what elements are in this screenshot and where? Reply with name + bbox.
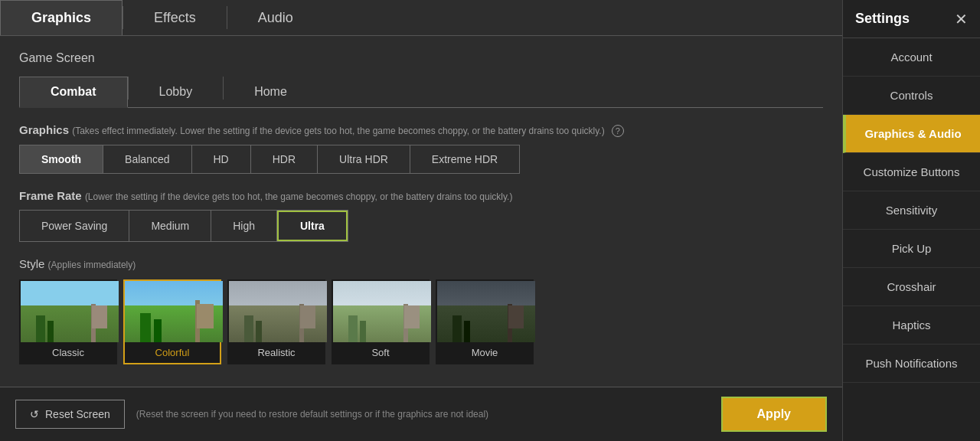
apply-button[interactable]: Apply xyxy=(721,397,827,432)
game-screen-label: Game Screen xyxy=(19,51,823,65)
close-button[interactable]: ✕ xyxy=(955,11,968,27)
frame-rate-label: Frame Rate (Lower the setting if the dev… xyxy=(19,189,823,202)
style-cards: Classic Colorful xyxy=(19,279,823,364)
reset-note: (Reset the screen if you need to restore… xyxy=(136,409,710,420)
reset-icon: ↺ xyxy=(30,408,39,420)
style-colorful[interactable]: Colorful xyxy=(123,279,221,364)
sidebar-item-graphics-audio[interactable]: Graphics & Audio xyxy=(843,115,980,153)
frame-high-btn[interactable]: High xyxy=(211,211,277,241)
style-realistic[interactable]: Realistic xyxy=(227,279,325,364)
graphics-hd-btn[interactable]: HD xyxy=(192,145,251,173)
graphics-label: Graphics (Takes effect immediately. Lowe… xyxy=(19,123,823,137)
sidebar-item-push-notifications[interactable]: Push Notifications xyxy=(843,345,980,383)
graphics-hdr-btn[interactable]: HDR xyxy=(251,145,318,173)
style-movie-image xyxy=(437,281,535,342)
frame-power-saving-btn[interactable]: Power Saving xyxy=(20,211,129,241)
frame-rate-row: Frame Rate (Lower the setting if the dev… xyxy=(19,189,823,242)
graphics-extreme-hdr-btn[interactable]: Extreme HDR xyxy=(410,145,519,173)
content-area: Game Screen Combat Lobby Home Graphics (… xyxy=(0,36,842,387)
sidebar-item-haptics[interactable]: Haptics xyxy=(843,306,980,345)
sidebar-item-account[interactable]: Account xyxy=(843,38,980,77)
sidebar-title: Settings xyxy=(855,11,910,27)
graphics-options: Smooth Balanced HD HDR Ultra HDR Extreme… xyxy=(19,145,520,174)
subtab-combat[interactable]: Combat xyxy=(19,77,128,108)
sidebar-item-crosshair[interactable]: Crosshair xyxy=(843,268,980,306)
subtab-lobby[interactable]: Lobby xyxy=(129,77,224,107)
sidebar-header: Settings ✕ xyxy=(843,0,980,38)
sidebar-item-sensitivity[interactable]: Sensitivity xyxy=(843,191,980,230)
style-classic-label: Classic xyxy=(21,342,116,363)
style-classic-image xyxy=(21,281,119,342)
graphics-ultra-hdr-btn[interactable]: Ultra HDR xyxy=(318,145,410,173)
graphics-help-icon[interactable]: ? xyxy=(612,125,624,137)
top-tabs: Graphics Effects Audio xyxy=(0,0,842,36)
tab-graphics[interactable]: Graphics xyxy=(0,0,122,35)
style-colorful-image xyxy=(125,281,223,342)
frame-medium-btn[interactable]: Medium xyxy=(129,211,211,241)
bottom-bar: ↺ Reset Screen (Reset the screen if you … xyxy=(0,387,842,441)
style-soft[interactable]: Soft xyxy=(332,279,430,364)
tab-effects[interactable]: Effects xyxy=(123,1,227,35)
style-realistic-image xyxy=(229,281,327,342)
sidebar-item-customize-buttons[interactable]: Customize Buttons xyxy=(843,153,980,191)
graphics-row: Graphics (Takes effect immediately. Lowe… xyxy=(19,123,823,174)
sidebar-item-pick-up[interactable]: Pick Up xyxy=(843,230,980,268)
main-content: Graphics Effects Audio Game Screen Comba… xyxy=(0,0,842,441)
frame-ultra-btn[interactable]: Ultra xyxy=(277,211,348,241)
style-movie-label: Movie xyxy=(437,342,532,363)
sidebar: Settings ✕ Account Controls Graphics & A… xyxy=(842,0,980,441)
reset-screen-button[interactable]: ↺ Reset Screen xyxy=(15,400,125,429)
sub-tabs: Combat Lobby Home xyxy=(19,77,823,108)
style-row: Style (Applies immediately) Classic xyxy=(19,257,823,364)
tab-audio[interactable]: Audio xyxy=(227,1,324,35)
style-colorful-label: Colorful xyxy=(125,342,220,363)
style-realistic-label: Realistic xyxy=(229,342,324,363)
sidebar-item-controls[interactable]: Controls xyxy=(843,77,980,115)
subtab-home[interactable]: Home xyxy=(224,77,318,107)
style-classic[interactable]: Classic xyxy=(19,279,117,364)
frame-rate-options: Power Saving Medium High Ultra xyxy=(19,210,348,242)
style-soft-image xyxy=(333,281,431,342)
reset-label: Reset Screen xyxy=(45,408,110,420)
style-label: Style (Applies immediately) xyxy=(19,257,823,270)
style-movie[interactable]: Movie xyxy=(436,279,534,364)
style-soft-label: Soft xyxy=(333,342,428,363)
graphics-smooth-btn[interactable]: Smooth xyxy=(20,145,103,173)
graphics-balanced-btn[interactable]: Balanced xyxy=(103,145,191,173)
